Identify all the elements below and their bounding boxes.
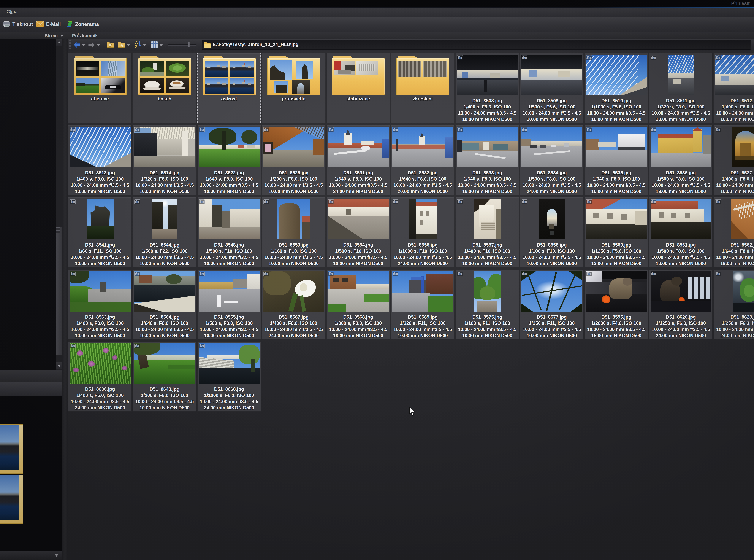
svg-text:Z: Z — [135, 45, 137, 49]
svg-text:A: A — [135, 40, 138, 44]
